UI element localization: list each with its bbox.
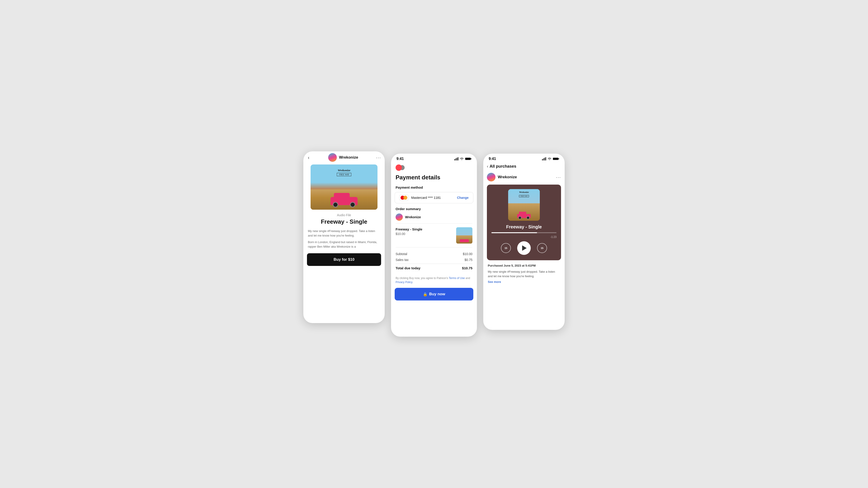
cover-logo: Wrekonize	[337, 168, 351, 172]
order-summary-label: Order summary	[396, 207, 472, 211]
creator-header-3: Wrekonize ···	[483, 171, 565, 185]
subtotal-value: $10.00	[463, 252, 472, 256]
status-icons-3	[542, 157, 559, 160]
patreon-circle-red	[396, 164, 402, 171]
see-more-link[interactable]: See more	[483, 280, 565, 287]
player-wheel-right	[526, 216, 530, 219]
svg-rect-8	[544, 158, 545, 160]
svg-rect-4	[465, 158, 471, 160]
progress-bar-fill	[491, 232, 537, 233]
forward-button[interactable]: 15	[537, 243, 547, 253]
order-summary-section: Order summary Wrekonize Freeway - Single…	[391, 207, 477, 273]
change-button[interactable]: Change	[457, 196, 469, 199]
legal-and: and	[465, 276, 470, 280]
lock-icon: 🔒	[423, 292, 428, 296]
creator-avatar-3	[487, 173, 495, 182]
player-logo: Wrekonize FREE WAY	[508, 191, 540, 197]
total-value: $10.75	[462, 266, 472, 270]
legal-text: By clicking Buy now, you agree to Patreo…	[391, 273, 477, 286]
player-wheel-left	[518, 216, 522, 219]
avatar-image-3	[487, 173, 495, 182]
avatar-image	[328, 153, 337, 162]
mastercard-icon	[399, 195, 408, 201]
total-row: Total due today $10.75	[396, 264, 472, 271]
terms-link[interactable]: Terms of Use	[449, 276, 465, 280]
back-chevron[interactable]: ‹	[487, 164, 488, 169]
battery-icon	[465, 157, 471, 160]
total-label: Total due today	[396, 266, 421, 270]
creator-avatar	[328, 153, 337, 162]
wifi-icon	[460, 157, 464, 160]
play-button[interactable]	[517, 241, 531, 255]
payment-title: Payment details	[391, 171, 477, 186]
player-car	[517, 214, 531, 218]
back-button[interactable]: ‹	[307, 154, 310, 161]
player-album-art: Wrekonize FREE WAY	[508, 189, 540, 221]
screen1-header: ‹ Wrekonize ···	[303, 151, 385, 164]
subtotal-row: Subtotal $10.00	[396, 251, 472, 257]
cover-art-background: Wrekonize FREE WAY	[311, 164, 377, 210]
screens-container: ‹ Wrekonize ··· Wrekonize FREE WAY	[303, 151, 565, 337]
status-time-3: 9:41	[489, 157, 496, 161]
svg-rect-5	[471, 158, 471, 160]
item-details: Freeway - Single $10.00	[396, 227, 454, 236]
divider-1	[396, 223, 472, 224]
buy-button[interactable]: Buy for $10	[307, 253, 381, 266]
privacy-link[interactable]: Privacy Policy	[396, 281, 412, 284]
svg-rect-7	[543, 158, 544, 160]
more-button[interactable]: ···	[376, 155, 381, 160]
thumb-sky	[456, 227, 472, 236]
wifi-icon-3	[548, 157, 552, 160]
buy-now-button[interactable]: 🔒 Buy now	[395, 288, 473, 300]
patreon-logo	[391, 163, 477, 171]
divider-2	[396, 247, 472, 248]
battery-icon-3	[553, 157, 559, 160]
status-icons-2	[454, 157, 471, 160]
svg-rect-11	[559, 158, 559, 160]
car-top	[334, 193, 350, 198]
order-creator-avatar	[396, 214, 403, 221]
back-nav: ‹ All purchases	[483, 163, 565, 171]
card-info: Mastercard **** 1181	[399, 195, 441, 201]
progress-bar-bg	[491, 232, 557, 233]
tax-label: Sales tax	[396, 258, 409, 262]
patreon-logo-wrap	[396, 164, 405, 171]
status-time-2: 9:41	[397, 157, 404, 161]
progress-bar-wrap[interactable]	[487, 232, 561, 233]
svg-rect-9	[546, 157, 546, 160]
cover-art: Wrekonize FREE WAY	[311, 164, 377, 210]
progress-time: -1:23	[487, 234, 561, 238]
more-button-3[interactable]: ···	[556, 175, 561, 180]
time-remaining: -1:23	[550, 235, 557, 238]
subtotal-label: Subtotal	[396, 252, 407, 256]
payment-method-row[interactable]: Mastercard **** 1181 Change	[395, 192, 473, 203]
order-creator-row: Wrekonize	[396, 214, 472, 221]
buy-now-label: Buy now	[429, 292, 445, 296]
thumb-car-body	[460, 239, 469, 242]
mc-circle-orange	[403, 196, 407, 200]
legal-text-before: By clicking Buy now, you agree to Patreo…	[396, 276, 449, 280]
svg-rect-0	[454, 159, 455, 160]
all-purchases-title: All purchases	[490, 164, 516, 169]
creator-name-3: Wrekonize	[498, 175, 517, 180]
car-illustration	[331, 197, 358, 205]
rewind-button[interactable]: 15	[501, 243, 511, 253]
tax-value: $0.75	[465, 258, 472, 262]
player-car-body	[517, 214, 531, 218]
card-number: Mastercard **** 1181	[411, 196, 441, 199]
creator-name: Wrekonize	[339, 155, 358, 160]
signal-icon	[454, 157, 458, 160]
screen-purchases: 9:41 ‹ All	[483, 154, 565, 330]
item-thumbnail	[456, 227, 472, 243]
legal-end: .	[412, 281, 413, 284]
purchase-date: Purchased June 5, 2023 at 5:41PM	[483, 260, 565, 269]
summary-totals: Subtotal $10.00 Sales tax $0.75 Total du…	[396, 249, 472, 273]
signal-icon-3	[542, 157, 546, 160]
player-controls: 15 15	[487, 238, 561, 256]
audio-label: Audio File	[303, 213, 385, 217]
creator-info: Wrekonize	[328, 153, 358, 162]
screen-product: ‹ Wrekonize ··· Wrekonize FREE WAY	[303, 151, 385, 323]
music-player: Wrekonize FREE WAY Freeway - Single	[487, 185, 561, 260]
thumb-car	[460, 239, 469, 242]
svg-rect-1	[456, 158, 456, 160]
